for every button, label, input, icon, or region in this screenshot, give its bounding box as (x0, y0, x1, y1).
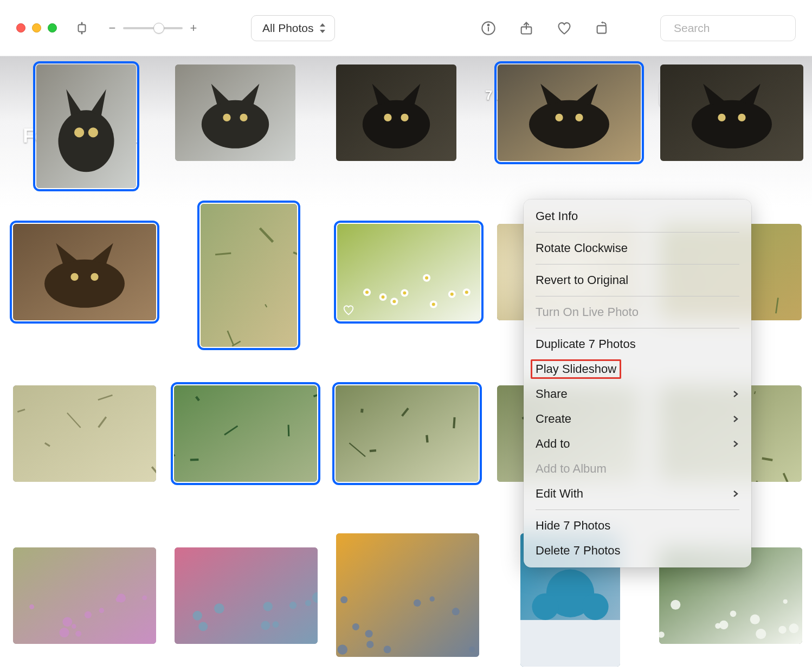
view-select-label: All Photos (262, 22, 314, 35)
zoom-slider[interactable] (123, 27, 183, 29)
menu-item[interactable]: Edit With (524, 481, 751, 506)
toolbar: − + All Photos (0, 0, 812, 56)
search-box[interactable] (660, 15, 796, 41)
svg-point-141 (452, 608, 460, 615)
svg-rect-127 (175, 547, 318, 644)
svg-point-39 (718, 114, 725, 121)
menu-item-label: Create (536, 412, 571, 426)
svg-point-58 (382, 295, 385, 299)
rotate-icon[interactable] (591, 17, 614, 40)
svg-point-148 (340, 596, 347, 603)
svg-rect-138 (336, 533, 479, 657)
svg-point-146 (337, 644, 347, 655)
menu-item[interactable]: Create (524, 407, 751, 431)
menu-item: Turn On Live Photo (524, 300, 751, 325)
photo-thumb[interactable] (36, 64, 136, 188)
menu-item[interactable]: Rotate Clockwise (524, 236, 751, 261)
photo-thumb[interactable] (201, 204, 297, 347)
menu-item[interactable]: Duplicate 7 Photos (524, 332, 751, 357)
photo-thumb[interactable] (13, 547, 156, 644)
svg-point-132 (289, 602, 297, 609)
menu-item[interactable]: Hide 7 Photos (524, 513, 751, 538)
svg-point-64 (425, 276, 428, 280)
svg-rect-54 (337, 224, 480, 320)
svg-point-160 (719, 621, 729, 630)
svg-rect-116 (13, 547, 156, 644)
menu-item-label: Get Info (536, 209, 578, 223)
search-input[interactable] (674, 22, 812, 35)
svg-point-21 (223, 114, 230, 121)
svg-marker-8 (601, 21, 603, 24)
svg-point-60 (392, 300, 396, 303)
svg-line-97 (427, 435, 427, 443)
favorite-badge-icon (343, 304, 355, 316)
svg-rect-81 (13, 385, 156, 482)
svg-point-123 (116, 597, 121, 602)
svg-point-66 (432, 303, 435, 306)
svg-point-164 (715, 623, 720, 629)
maximize-window-button[interactable] (48, 23, 57, 33)
menu-item: Add to Album (524, 456, 751, 481)
svg-point-162 (783, 599, 788, 604)
svg-point-139 (384, 646, 391, 653)
svg-point-121 (72, 624, 76, 629)
zoom-controls: − + (107, 21, 199, 35)
menu-item-label: Hide 7 Photos (536, 519, 610, 533)
svg-point-155 (789, 623, 799, 633)
svg-point-68 (450, 293, 454, 296)
svg-point-142 (429, 596, 434, 601)
photo-thumb[interactable] (336, 533, 479, 657)
svg-point-120 (29, 604, 34, 609)
svg-point-42 (44, 260, 125, 308)
filter-icon[interactable] (72, 18, 92, 38)
zoom-in-button[interactable]: + (188, 21, 199, 35)
view-select[interactable]: All Photos (251, 15, 335, 41)
svg-rect-88 (174, 385, 317, 482)
menu-item[interactable]: Revert to Original (524, 268, 751, 293)
menu-item[interactable]: Get Info (524, 204, 751, 229)
photo-thumb[interactable] (175, 547, 318, 644)
svg-point-131 (261, 621, 270, 630)
svg-point-130 (273, 621, 279, 628)
menu-item[interactable]: Play Slideshow (524, 357, 751, 382)
favorite-icon[interactable] (553, 17, 576, 40)
menu-item[interactable]: Share (524, 382, 751, 407)
photo-thumb[interactable] (337, 224, 480, 320)
photo-thumb[interactable] (13, 224, 156, 320)
svg-point-125 (99, 608, 104, 613)
svg-point-18 (202, 100, 269, 149)
svg-rect-47 (201, 204, 297, 347)
svg-point-128 (192, 611, 202, 621)
svg-point-157 (750, 615, 760, 624)
menu-item[interactable]: Add to (524, 431, 751, 456)
menu-item-label: Play Slideshow (536, 362, 616, 376)
zoom-out-button[interactable]: − (107, 21, 118, 35)
menu-item-label: Rotate Clockwise (536, 241, 628, 255)
zoom-slider-thumb[interactable] (153, 23, 164, 34)
close-window-button[interactable] (16, 23, 25, 33)
chevron-right-icon (732, 387, 739, 401)
photo-thumb[interactable] (498, 64, 641, 161)
menu-separator (536, 296, 739, 296)
svg-point-145 (365, 630, 373, 637)
menu-item[interactable]: Delete 7 Photos (524, 538, 751, 563)
context-menu: Get InfoRotate ClockwiseRevert to Origin… (524, 199, 751, 567)
svg-line-100 (454, 417, 454, 428)
minimize-window-button[interactable] (32, 23, 41, 33)
menu-separator (536, 509, 739, 510)
photo-thumb[interactable] (660, 64, 803, 161)
svg-line-112 (755, 391, 755, 394)
share-icon[interactable] (515, 17, 538, 40)
svg-point-40 (738, 114, 745, 121)
svg-rect-95 (336, 385, 479, 482)
svg-point-27 (384, 114, 391, 121)
svg-point-152 (532, 593, 558, 620)
info-icon[interactable] (477, 17, 500, 40)
photo-thumb[interactable] (13, 385, 156, 482)
menu-item-label: Share (536, 387, 568, 401)
svg-point-118 (142, 596, 147, 601)
photo-thumb[interactable] (175, 64, 295, 161)
photo-thumb[interactable] (336, 64, 456, 161)
photo-thumb[interactable] (336, 385, 479, 482)
photo-thumb[interactable] (174, 385, 317, 482)
